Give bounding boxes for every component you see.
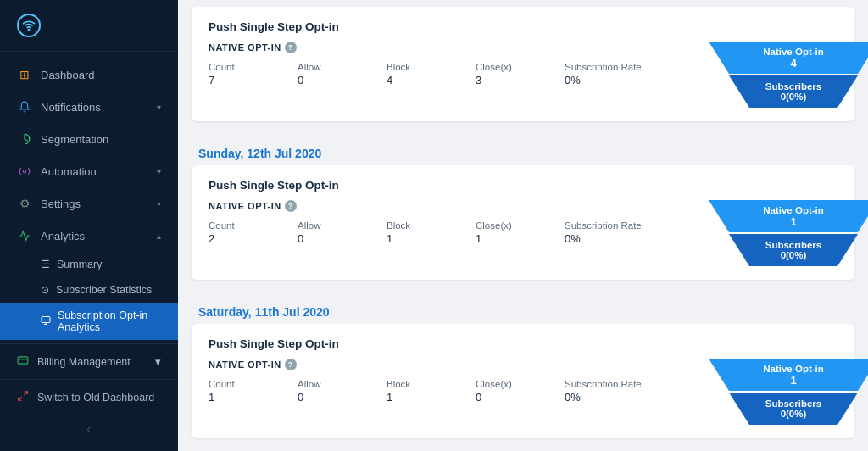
- subrate-value-1: 0%: [565, 74, 666, 86]
- sidebar-nav: ⊞ Dashboard Notifications ▾ Segmentation…: [0, 52, 178, 451]
- card-title-2: Push Single Step Opt-in: [209, 179, 837, 192]
- sidebar-subitem-summary[interactable]: ☰ Summary: [0, 252, 178, 277]
- summary-icon: ☰: [41, 259, 50, 270]
- sidebar-logo: [0, 0, 178, 52]
- sidebar-subitem-subscriber-stats[interactable]: ⊙ Subscriber Statistics: [0, 277, 178, 303]
- card-section1: Push Single Step Opt-in NATIVE OPT-IN ? …: [192, 7, 854, 121]
- sidebar-item-segmentation[interactable]: Segmentation: [0, 123, 178, 155]
- optin-section-2: NATIVE OPT-IN ? Count 2 Allow 0: [209, 200, 837, 266]
- sidebar-sublabel-summary: Summary: [57, 259, 102, 270]
- info-icon-3: ?: [285, 359, 297, 370]
- billing-icon: [17, 354, 29, 369]
- sidebar-item-notifications[interactable]: Notifications ▾: [0, 91, 178, 123]
- sidebar-item-settings[interactable]: ⚙ Settings ▾: [0, 187, 178, 220]
- funnel-top-2: Native Opt-in 1: [709, 200, 868, 232]
- allow-header-1: Allow: [298, 62, 365, 72]
- card-section3: Push Single Step Opt-in NATIVE OPT-IN ? …: [192, 324, 854, 438]
- funnel-bottom-2: Subscribers 0(0%): [709, 234, 868, 266]
- stat-allow-3: Allow 0: [298, 377, 365, 405]
- billing-chevron: ▾: [155, 355, 161, 368]
- divider-1b: [376, 58, 376, 89]
- sidebar-label-settings: Settings: [41, 198, 157, 210]
- stat-block-3: Block 1: [387, 377, 454, 405]
- funnel-bottom-3: Subscribers 0(0%): [709, 393, 868, 425]
- block-value-1: 4: [387, 74, 454, 86]
- svg-line-8: [19, 397, 22, 400]
- sidebar-label-automation: Automation: [41, 165, 157, 178]
- stat-block-2: Block 1: [387, 219, 454, 247]
- sidebar-item-dashboard[interactable]: ⊞ Dashboard: [0, 58, 178, 91]
- subscription-optin-icon: [41, 315, 51, 328]
- card-title-1: Push Single Step Opt-in: [209, 20, 837, 33]
- stats-row-2: Count 2 Allow 0 Block 1: [209, 217, 666, 248]
- funnel-container-1: Native Opt-in 4 Subscribers 0(0%): [709, 42, 868, 108]
- notifications-chevron: ▾: [157, 103, 161, 112]
- stats-area-1: NATIVE OPT-IN ? Count 7 Allow 0: [209, 42, 666, 89]
- funnel-container-3: Native Opt-in 1 Subscribers 0(0%): [709, 359, 868, 425]
- stat-close-1: Close(x) 3: [476, 60, 543, 88]
- divider-1a: [287, 58, 287, 89]
- sidebar-item-switch[interactable]: Switch to Old Dashboard: [0, 379, 178, 415]
- stat-allow-2: Allow 0: [298, 219, 365, 247]
- card-section2: Push Single Step Opt-in NATIVE OPT-IN ? …: [192, 165, 854, 280]
- sidebar-subitem-subscription-optin[interactable]: Subscription Opt-in Analytics: [0, 303, 178, 340]
- sidebar-label-segmentation: Segmentation: [41, 133, 161, 146]
- sidebar-collapse-btn[interactable]: ‹: [0, 415, 178, 443]
- sidebar-sublabel-subscription-optin: Subscription Opt-in Analytics: [58, 309, 161, 333]
- divider-1c: [465, 58, 465, 89]
- sidebar-item-analytics[interactable]: Analytics ▴: [0, 220, 178, 252]
- main-content: Push Single Step Opt-in NATIVE OPT-IN ? …: [178, 0, 868, 451]
- switch-icon: [17, 390, 29, 404]
- funnel-top-1: Native Opt-in 4: [709, 42, 868, 74]
- funnel-1: Native Opt-in 4 Subscribers 0(0%): [700, 42, 868, 108]
- block-header-1: Block: [387, 62, 454, 72]
- automation-icon: [17, 164, 32, 179]
- dashboard-icon: ⊞: [17, 67, 32, 82]
- native-optin-label-2: NATIVE OPT-IN ?: [209, 200, 666, 212]
- stat-subrate-1: Subscription Rate 0%: [565, 60, 666, 88]
- native-optin-label-1: NATIVE OPT-IN ?: [209, 42, 666, 53]
- card-title-3: Push Single Step Opt-in: [209, 337, 837, 350]
- divider-1d: [554, 58, 554, 89]
- optin-section-1: NATIVE OPT-IN ? Count 7 Allow 0: [209, 42, 837, 108]
- sidebar-label-billing: Billing Management: [37, 356, 131, 368]
- sidebar-item-automation[interactable]: Automation ▾: [0, 155, 178, 187]
- stats-area-3: NATIVE OPT-IN ? Count 1 Allow 0: [209, 359, 666, 406]
- info-icon-1: ?: [285, 42, 297, 53]
- stat-allow-1: Allow 0: [298, 60, 365, 88]
- subscriber-stats-icon: ⊙: [41, 284, 49, 296]
- count-header-1: Count: [209, 62, 276, 72]
- svg-line-7: [24, 392, 27, 395]
- svg-rect-5: [18, 357, 28, 364]
- section-2: Sunday, 12th Jul 2020 Push Single Step O…: [178, 135, 868, 280]
- sidebar-label-dashboard: Dashboard: [41, 69, 161, 81]
- stats-area-2: NATIVE OPT-IN ? Count 2 Allow 0: [209, 200, 666, 248]
- close-value-1: 3: [476, 74, 543, 86]
- notifications-icon: [17, 99, 32, 114]
- stat-count-1: Count 7: [209, 60, 276, 88]
- date-header-3: Saturday, 11th Jul 2020: [178, 293, 868, 324]
- optin-section-3: NATIVE OPT-IN ? Count 1 Allow 0: [209, 359, 837, 425]
- stat-subrate-3: Subscription Rate 0%: [565, 377, 666, 405]
- funnel-3: Native Opt-in 1 Subscribers 0(0%): [700, 359, 868, 425]
- allow-value-1: 0: [298, 74, 365, 86]
- close-header-1: Close(x): [476, 62, 543, 72]
- svg-point-0: [28, 30, 29, 31]
- sidebar-label-switch: Switch to Old Dashboard: [37, 392, 154, 404]
- stat-close-2: Close(x) 1: [476, 219, 543, 247]
- funnel-2: Native Opt-in 1 Subscribers 0(0%): [700, 200, 868, 266]
- analytics-chevron: ▴: [157, 231, 161, 241]
- stat-count-3: Count 1: [209, 377, 276, 405]
- stat-close-3: Close(x) 0: [476, 377, 543, 405]
- sidebar-item-billing[interactable]: Billing Management ▾: [0, 343, 178, 379]
- automation-chevron: ▾: [157, 167, 161, 176]
- sidebar-label-notifications: Notifications: [41, 101, 157, 114]
- analytics-icon: [17, 228, 32, 243]
- sidebar-label-analytics: Analytics: [41, 230, 157, 242]
- stat-count-2: Count 2: [209, 219, 276, 247]
- stats-row-1: Count 7 Allow 0 Block 4: [209, 58, 666, 89]
- native-optin-label-3: NATIVE OPT-IN ?: [209, 359, 666, 370]
- stat-block-1: Block 4: [387, 60, 454, 88]
- count-value-1: 7: [209, 74, 276, 86]
- stat-subrate-2: Subscription Rate 0%: [565, 219, 666, 247]
